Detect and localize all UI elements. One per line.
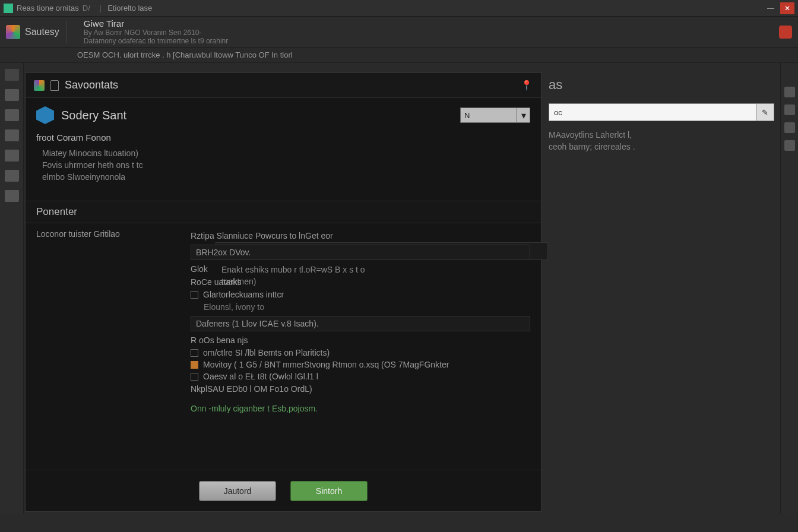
- side-search-button[interactable]: ✎: [756, 103, 774, 121]
- prop-row-3: RoCe uatarks: [191, 276, 530, 289]
- dialog-header: Sodery Sant N ▾: [26, 98, 541, 130]
- breadcrumb-text: OESM OCH. ulort trrcke . h [Charuwbul lt…: [77, 50, 293, 59]
- window-titlebar: Reas tione ornitas D/ | Etiorelto lase —…: [0, 0, 798, 17]
- header-subtitle-1: By Aw Bomr NGO Voranin Sen 2610-: [84, 28, 228, 37]
- window-close-button[interactable]: ✕: [780, 2, 794, 14]
- prop-status-success: Onn -mluly ciganber t Esb,pojosm.: [191, 395, 530, 413]
- right-rail-button-3[interactable]: [784, 140, 795, 151]
- prop-row-2: Glok: [191, 262, 530, 276]
- breadcrumb-bar: OESM OCH. ulort trrcke . h [Charuwbul lt…: [0, 48, 798, 63]
- prop-check-2-label: om/ctlre SI /lbl Bemts on Plariticts): [203, 348, 330, 357]
- nav-item-2[interactable]: Fovis uhrmoer heth ons t tc: [29, 159, 192, 171]
- rail-button-1[interactable]: [5, 89, 19, 101]
- titlebar-doc: Etiorelto lase: [107, 4, 152, 12]
- prop-check-4[interactable]: Oaesv al o EŁ t8t (Owlol lGl.l1 l: [191, 370, 530, 382]
- ok-button[interactable]: Sintorh: [290, 481, 368, 501]
- header-subtitle-2: Datamony odaferac tlo tmimertne ls t9 or…: [84, 37, 228, 45]
- prop-row-4: R oOs bena njs: [191, 334, 530, 347]
- nav-item-1[interactable]: Miatey Minocins ltuoation): [29, 147, 192, 159]
- brand-name: Sautesy: [25, 27, 59, 37]
- prop-check-1-label: Glartorleckuams inttcr: [203, 290, 284, 299]
- brand-logo-icon: [6, 25, 20, 39]
- header-divider: [66, 21, 67, 43]
- side-desc-line-2: ceoh barny; cirereales .: [549, 141, 774, 153]
- prop-row-5: NkplSAU EDb0 l OM Fo1o OrdL): [191, 382, 530, 395]
- right-rail-button-2[interactable]: [784, 122, 795, 133]
- left-toolbar: [0, 63, 24, 514]
- bookmark-icon: [50, 80, 59, 91]
- nav-item-3[interactable]: elmbo Slwoeinynonola: [29, 171, 192, 183]
- dialog-tab-title: Savoontats: [65, 79, 118, 91]
- side-desc-line-1: MAavoytlins Laherlct l,: [549, 129, 774, 141]
- window-minimize-button[interactable]: —: [764, 2, 778, 14]
- titlebar-app: Reas tione ornitas: [17, 4, 79, 12]
- prop-check-3[interactable]: Movitoy ( 1 G5 / BNT mmerStvong Rtmon o.…: [191, 359, 530, 370]
- section-label: froot Coram Fonon: [26, 130, 541, 147]
- rail-button-4[interactable]: [5, 150, 19, 162]
- app-header: Sautesy Giwe Tirar By Aw Bomr NGO Vorani…: [0, 17, 798, 48]
- bug-icon[interactable]: [779, 26, 792, 39]
- prop-field-1[interactable]: BRH2ox DVov.: [191, 245, 530, 260]
- prop-sub-1: Elounsl, ivony to: [191, 300, 530, 314]
- right-rail-button-1[interactable]: [784, 104, 795, 115]
- dialog-app-icon: [34, 80, 45, 91]
- dialog-footer: Jautord Sintorh: [26, 470, 541, 511]
- titlebar-sep-glyph: D/: [83, 4, 90, 12]
- chevron-down-icon[interactable]: ▾: [517, 107, 530, 123]
- profile-combo[interactable]: N ▾: [460, 107, 530, 123]
- profile-combo-value: N: [464, 111, 470, 120]
- prop-check-2[interactable]: om/ctlre SI /lbl Bemts on Plariticts): [191, 347, 530, 359]
- properties-header: Ponenter: [26, 201, 541, 223]
- dialog-titlebar: Savoontats 📍: [26, 73, 541, 98]
- header-title: Giwe Tirar: [84, 18, 228, 28]
- app-icon: [4, 4, 13, 13]
- properties-category[interactable]: Loconor tuister Gritilao: [36, 229, 191, 239]
- pin-icon[interactable]: 📍: [521, 80, 533, 91]
- settings-dialog: Savoontats 📍 Sodery Sant N ▾ froot Coram…: [25, 72, 542, 512]
- package-icon: [36, 106, 54, 124]
- rail-button-2[interactable]: [5, 109, 19, 121]
- rail-button-3[interactable]: [5, 129, 19, 141]
- right-rail-close-icon[interactable]: [784, 87, 795, 97]
- right-toolbar: [780, 63, 798, 514]
- side-search-input[interactable]: [549, 103, 756, 121]
- prop-check-3-label: Movitoy ( 1 G5 / BNT mmerStvong Rtmon o.…: [203, 360, 449, 369]
- titlebar-divider: |: [100, 4, 102, 12]
- side-panel: as ✎ MAavoytlins Laherlct l, ceoh barny;…: [549, 77, 774, 153]
- prop-check-4-label: Oaesv al o EŁ t8t (Owlol lGl.l1 l: [203, 372, 318, 381]
- prop-check-1[interactable]: Glartorleckuams inttcr: [191, 289, 530, 300]
- cancel-button[interactable]: Jautord: [199, 481, 276, 501]
- rail-button-5[interactable]: [5, 170, 19, 182]
- lock-icon[interactable]: [5, 69, 19, 81]
- prop-field-2[interactable]: Dafeners (1 Llov ICAE v.8 Isach).: [191, 316, 530, 331]
- dialog-title: Sodery Sant: [61, 109, 126, 122]
- prop-row-1: Rztipa Slanniuce Powcurs to lnGet eor: [191, 229, 530, 242]
- rail-button-6[interactable]: [5, 190, 19, 202]
- side-panel-title: as: [549, 77, 774, 93]
